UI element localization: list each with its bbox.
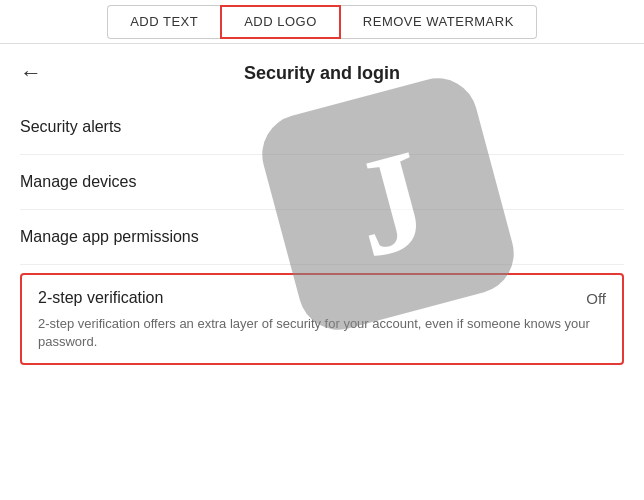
menu-item-manage-app-permissions[interactable]: Manage app permissions (20, 210, 624, 265)
settings-header: ← Security and login (20, 44, 624, 100)
page-title: Security and login (58, 63, 586, 84)
verification-status: Off (586, 290, 606, 307)
verification-section[interactable]: 2-step verification Off 2-step verificat… (20, 273, 624, 365)
menu-item-security-alerts[interactable]: Security alerts (20, 100, 624, 155)
remove-watermark-button[interactable]: REMOVE WATERMARK (341, 5, 537, 39)
add-logo-button[interactable]: ADD LOGO (220, 5, 341, 39)
verification-row: 2-step verification Off (38, 289, 606, 307)
verification-description: 2-step verification offers an extra laye… (38, 315, 606, 351)
main-content: J ← Security and login Security alerts M… (0, 44, 644, 500)
toolbar: ADD TEXT ADD LOGO REMOVE WATERMARK (0, 0, 644, 44)
menu-item-manage-devices[interactable]: Manage devices (20, 155, 624, 210)
add-text-button[interactable]: ADD TEXT (107, 5, 220, 39)
settings-panel: ← Security and login Security alerts Man… (0, 44, 644, 365)
verification-label: 2-step verification (38, 289, 163, 307)
back-arrow-icon[interactable]: ← (20, 62, 42, 84)
